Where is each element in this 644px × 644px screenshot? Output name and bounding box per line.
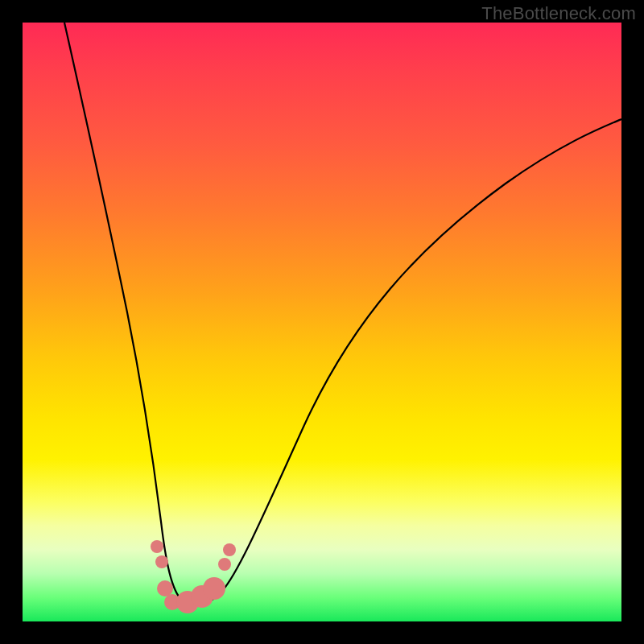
curve-marker [157,580,173,597]
curve-marker [151,540,163,553]
chart-frame: TheBottleneck.com [0,0,644,644]
watermark-text: TheBottleneck.com [481,3,636,24]
curve-marker [155,555,168,568]
curve-marker [218,558,231,571]
curve-marker [203,577,225,600]
bottleneck-curve-path [64,23,621,605]
curve-svg [23,23,621,621]
plot-area [23,23,621,621]
curve-marker [223,543,236,556]
